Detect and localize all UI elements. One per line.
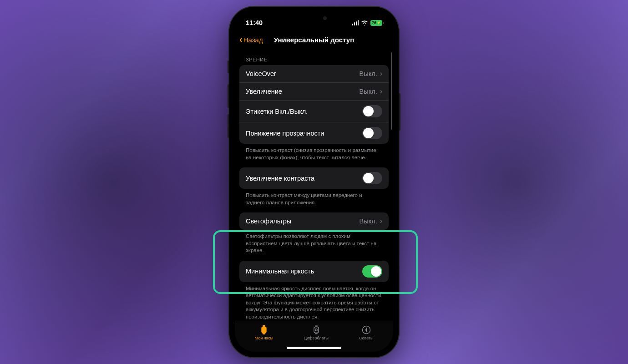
toggle-min-brightness[interactable] <box>362 265 382 278</box>
screen: 11:40 76⚡ ‹ Назад Универсальный доступ З… <box>235 12 393 352</box>
section-header-vision: ЗРЕНИЕ <box>239 49 389 65</box>
svg-rect-5 <box>315 334 318 334</box>
phone-frame: 11:40 76⚡ ‹ Назад Универсальный доступ З… <box>229 7 399 357</box>
footer-reduce-transparency: Повысить контраст (снизив прозрачность и… <box>239 144 389 161</box>
cellular-icon <box>352 20 359 25</box>
home-indicator[interactable] <box>287 347 341 349</box>
tab-faces[interactable]: Циферблаты <box>304 325 329 340</box>
toggle-reduce-transparency[interactable] <box>362 127 382 139</box>
toggle-onoff-labels[interactable] <box>362 105 382 117</box>
row-increase-contrast: Увеличение контраста <box>239 167 389 189</box>
toggle-increase-contrast[interactable] <box>362 172 382 184</box>
svg-rect-1 <box>263 326 265 327</box>
chevron-right-icon: › <box>380 70 382 78</box>
footer-increase-contrast: Повысить контраст между цветами переднег… <box>239 189 389 206</box>
row-zoom[interactable]: Увеличение Выкл. › <box>239 82 389 100</box>
row-label: VoiceOver <box>246 70 276 77</box>
row-reduce-transparency: Понижение прозрачности <box>239 122 389 144</box>
svg-rect-0 <box>262 327 266 333</box>
svg-point-6 <box>315 329 317 331</box>
wifi-icon <box>361 20 368 25</box>
row-voiceover[interactable]: VoiceOver Выкл. › <box>239 65 389 82</box>
svg-rect-4 <box>315 326 318 327</box>
chevron-left-icon: ‹ <box>239 35 243 45</box>
chevron-right-icon: › <box>380 217 382 225</box>
battery-icon: 76⚡ <box>370 20 382 26</box>
watch-icon <box>259 325 269 335</box>
svg-rect-2 <box>263 334 265 334</box>
navbar: ‹ Назад Универсальный доступ <box>235 30 393 49</box>
status-time: 11:40 <box>246 19 263 26</box>
settings-content[interactable]: ЗРЕНИЕ VoiceOver Выкл. › Увеличение Выкл… <box>235 49 393 322</box>
row-value: Выкл. <box>360 70 377 77</box>
compass-icon <box>361 325 371 335</box>
svg-rect-3 <box>314 327 319 333</box>
watchface-icon <box>311 325 321 335</box>
section-header-textsize: РАЗМЕР ТЕКСТА <box>239 320 389 322</box>
row-min-brightness: Минимальная яркость <box>239 261 389 282</box>
chevron-right-icon: › <box>380 87 382 96</box>
notch <box>287 12 341 25</box>
tab-my-watch[interactable]: Мои часы <box>255 325 273 340</box>
row-onoff-labels: Этикетки Вкл./Выкл. <box>239 100 389 122</box>
back-button[interactable]: ‹ Назад <box>239 35 263 45</box>
footer-color-filters: Светофильтры позволяют людям с плохим во… <box>239 230 389 254</box>
row-color-filters[interactable]: Светофильтры Выкл. › <box>239 212 389 230</box>
scrollbar[interactable] <box>391 52 393 130</box>
back-label: Назад <box>243 36 263 44</box>
footer-min-brightness: Минимальная яркость дисплея повышается, … <box>239 282 389 321</box>
tab-tips[interactable]: Советы <box>359 325 373 340</box>
